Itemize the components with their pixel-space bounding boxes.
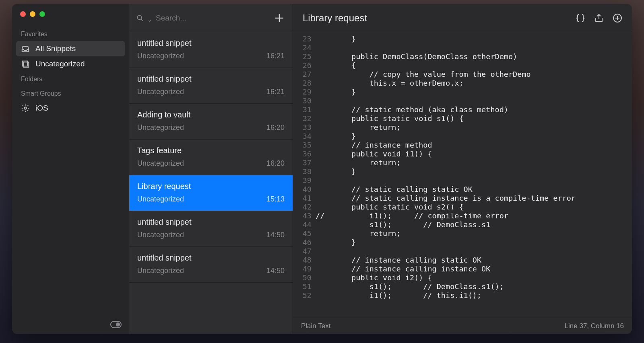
- snippet-row[interactable]: Tags featureUncategorized16:20: [129, 140, 293, 175]
- snippet-time: 16:20: [266, 159, 285, 168]
- snippet-meta: Uncategorized16:21: [137, 88, 285, 96]
- stack-icon: [21, 60, 30, 68]
- maximize-window-button[interactable]: [39, 11, 45, 17]
- search-input[interactable]: [156, 14, 268, 23]
- snippet-row[interactable]: untitled snippetUncategorized14:50: [129, 211, 293, 247]
- snippet-list-panel: untitled snippetUncategorized16:21untitl…: [129, 4, 293, 334]
- app-window: Favorites All Snippets Uncategorized Fol…: [12, 4, 632, 334]
- minimize-window-button[interactable]: [30, 11, 35, 17]
- editor-title[interactable]: Library request: [303, 12, 576, 24]
- snippet-time: 16:21: [266, 88, 285, 96]
- editor-header: Library request: [293, 4, 632, 32]
- snippet-meta: Uncategorized14:50: [137, 267, 285, 275]
- search-icon: [136, 14, 144, 22]
- chevron-down-icon[interactable]: [148, 16, 152, 20]
- snippet-title: Adding to vault: [137, 110, 285, 119]
- snippet-meta: Uncategorized16:20: [137, 123, 285, 132]
- window-controls: [20, 11, 45, 17]
- snippet-category: Uncategorized: [137, 267, 184, 275]
- sidebar-section-favorites: Favorites: [12, 27, 129, 41]
- editor-actions: [576, 13, 622, 23]
- svg-point-3: [137, 15, 142, 20]
- snippet-category: Uncategorized: [137, 195, 184, 203]
- code-editor[interactable]: 2324252627282930313233343536373839404142…: [293, 32, 632, 318]
- language-label[interactable]: Plain Text: [301, 322, 330, 330]
- snippet-title: Library request: [137, 182, 285, 191]
- add-snippet-button[interactable]: [273, 12, 285, 24]
- editor-footer: Plain Text Line 37, Column 16: [293, 318, 632, 334]
- snippet-time: 14:50: [266, 231, 285, 239]
- cursor-position: Line 37, Column 16: [565, 322, 624, 330]
- search-wrap: [136, 14, 268, 23]
- snippet-title: untitled snippet: [137, 74, 285, 84]
- share-icon[interactable]: [594, 13, 604, 23]
- snippet-time: 14:50: [266, 267, 285, 275]
- sidebar-item-ios[interactable]: iOS: [12, 101, 129, 116]
- sidebar-toggle-icon[interactable]: [110, 321, 122, 328]
- snippet-title: untitled snippet: [137, 218, 285, 227]
- gear-icon: [21, 104, 30, 113]
- snippet-title: untitled snippet: [137, 253, 285, 263]
- snippet-row[interactable]: Library requestUncategorized15:13: [129, 175, 293, 211]
- sidebar-item-label: All Snippets: [35, 44, 76, 53]
- code-braces-icon[interactable]: [576, 13, 585, 23]
- sidebar-item-uncategorized[interactable]: Uncategorized: [12, 56, 129, 72]
- snippet-time: 15:13: [266, 195, 285, 203]
- tray-icon: [21, 44, 30, 53]
- line-gutter: 2324252627282930313233343536373839404142…: [293, 35, 316, 318]
- snippet-meta: Uncategorized16:21: [137, 52, 285, 60]
- sidebar: Favorites All Snippets Uncategorized Fol…: [12, 4, 129, 334]
- snippet-category: Uncategorized: [137, 231, 184, 239]
- snippet-category: Uncategorized: [137, 88, 184, 96]
- sidebar-section-smart-groups: Smart Groups: [12, 86, 129, 101]
- snippet-time: 16:20: [266, 123, 285, 132]
- snippet-title: Tags feature: [137, 146, 285, 155]
- sidebar-section-folders: Folders: [12, 72, 129, 86]
- snippet-row[interactable]: untitled snippetUncategorized16:21: [129, 68, 293, 104]
- sidebar-footer: [12, 315, 129, 334]
- snippet-category: Uncategorized: [137, 52, 184, 60]
- sidebar-item-label: iOS: [35, 104, 48, 113]
- snippet-row[interactable]: untitled snippetUncategorized14:50: [129, 247, 293, 283]
- svg-point-2: [24, 107, 27, 109]
- list-header: [129, 4, 293, 32]
- close-window-button[interactable]: [20, 11, 26, 17]
- snippet-category: Uncategorized: [137, 123, 184, 132]
- snippet-list: untitled snippetUncategorized16:21untitl…: [129, 32, 293, 283]
- sidebar-item-all-snippets[interactable]: All Snippets: [16, 41, 125, 56]
- editor-panel: Library request 232425262728293031323334…: [293, 4, 632, 334]
- svg-line-4: [141, 19, 143, 21]
- snippet-category: Uncategorized: [137, 159, 184, 168]
- sidebar-item-label: Uncategorized: [35, 60, 85, 68]
- snippet-meta: Uncategorized15:13: [137, 195, 285, 203]
- code-content[interactable]: } public DemoClass(DemoClass otherDemo) …: [316, 35, 632, 318]
- snippet-row[interactable]: untitled snippetUncategorized16:21: [129, 32, 293, 68]
- snippet-title: untitled snippet: [137, 39, 285, 48]
- snippet-time: 16:21: [266, 52, 285, 60]
- snippet-meta: Uncategorized16:20: [137, 159, 285, 168]
- snippet-meta: Uncategorized14:50: [137, 231, 285, 239]
- snippet-row[interactable]: Adding to vaultUncategorized16:20: [129, 104, 293, 140]
- plus-circle-icon[interactable]: [613, 13, 622, 23]
